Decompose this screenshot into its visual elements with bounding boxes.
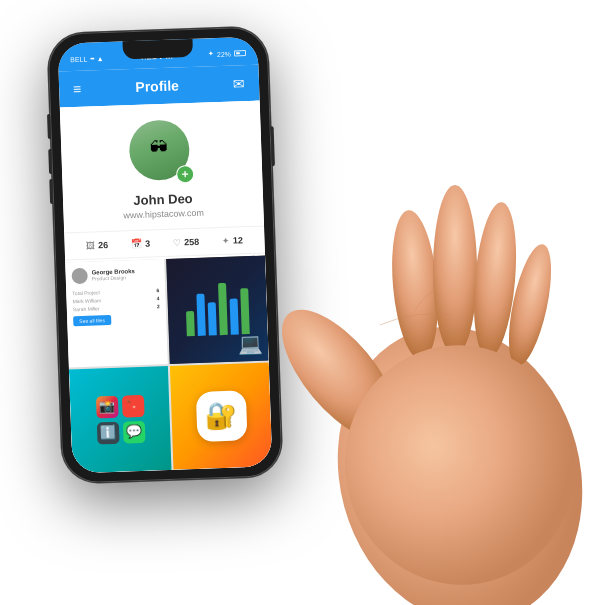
profile-name: John Deo [133,191,193,208]
wifi-signal: ▲ [96,55,103,62]
avatar-container[interactable]: + [128,119,194,185]
chart-bg: 💻 [166,256,269,364]
whatsapp-icon[interactable]: 💬 [122,421,145,444]
stars-count: 12 [233,235,243,245]
notch [123,39,194,59]
laptop-icon: 💻 [238,331,264,356]
photos-count: 26 [98,240,108,250]
doc-avatar [71,268,88,285]
grid-cell-chart[interactable]: 💻 [166,256,269,364]
svg-point-4 [468,201,521,360]
mail-icon[interactable]: ✉ [233,76,245,90]
carrier-text: BELL [70,55,87,63]
star-icon: ✦ [222,236,230,246]
stat-calendar[interactable]: 📅 3 [131,239,150,250]
bar-3 [208,303,217,336]
table-row: Sarah Miller 2 [73,303,160,312]
scene: BELL ▪▪▪ ▲ 4:21 PM ✦ 22% ≡ Profile ✉ [0,0,600,605]
svg-point-5 [500,241,559,369]
nav-title: Profile [135,77,179,95]
phone-screen: BELL ▪▪▪ ▲ 4:21 PM ✦ 22% ≡ Profile ✉ [58,37,273,474]
info-icon[interactable]: ℹ️ [96,421,119,444]
stat-stars[interactable]: ✦ 12 [222,235,243,246]
menu-icon[interactable]: ≡ [73,82,82,96]
svg-point-0 [305,299,600,605]
lock-icon: 🔐 [205,400,238,432]
bar-6 [240,288,250,334]
heart-icon: ♡ [173,237,181,247]
calendar-count: 3 [145,239,150,249]
grid-cell-apps[interactable]: 📸 🔖 ℹ️ 💬 [69,365,172,473]
see-all-button[interactable]: See all files [73,315,111,326]
bar-1 [186,311,195,336]
signal-icon: ▪▪▪ [90,55,94,61]
battery-icon [234,50,246,56]
stat-photos[interactable]: 🖼 26 [86,240,108,251]
bar-4 [218,283,228,335]
bookmark-icon[interactable]: 🔖 [121,395,144,418]
grid-cell-lock[interactable]: 🔐 [170,362,273,470]
stats-row: 🖼 26 📅 3 ♡ 258 ✦ 12 [64,226,265,261]
svg-point-2 [387,208,444,361]
doc-table: Total Project 6 Mark William 4 Sarah Mil… [72,287,160,312]
hand-image [240,95,600,605]
bar-5 [230,299,239,335]
status-right: ✦ 22% [208,49,246,58]
content-area: + John Deo www.hipstacow.com 🖼 26 📅 [60,101,273,474]
calendar-icon: 📅 [131,239,142,249]
add-photo-button[interactable]: + [176,165,195,184]
likes-count: 258 [184,237,199,248]
svg-point-1 [262,291,418,459]
stat-likes[interactable]: ♡ 258 [173,237,199,248]
phone-frame: BELL ▪▪▪ ▲ 4:21 PM ✦ 22% ≡ Profile ✉ [47,26,283,483]
instagram-icon[interactable]: 📸 [95,395,118,418]
svg-point-3 [433,185,477,355]
grid-cell-document[interactable]: George Brooks Product Design Total Proje… [65,259,168,367]
doc-header: George Brooks Product Design [71,265,159,284]
profile-url[interactable]: www.hipstacow.com [123,208,204,221]
grid-section: George Brooks Product Design Total Proje… [65,256,272,474]
bluetooth-icon: ✦ [208,50,214,58]
bar-2 [196,294,205,336]
profile-section: + John Deo www.hipstacow.com [60,101,264,233]
status-left: BELL ▪▪▪ ▲ [70,55,104,63]
svg-point-6 [326,327,594,603]
battery-pct: 22% [217,50,231,57]
phone-wrapper: BELL ▪▪▪ ▲ 4:21 PM ✦ 22% ≡ Profile ✉ [47,26,283,483]
photos-icon: 🖼 [86,240,95,250]
